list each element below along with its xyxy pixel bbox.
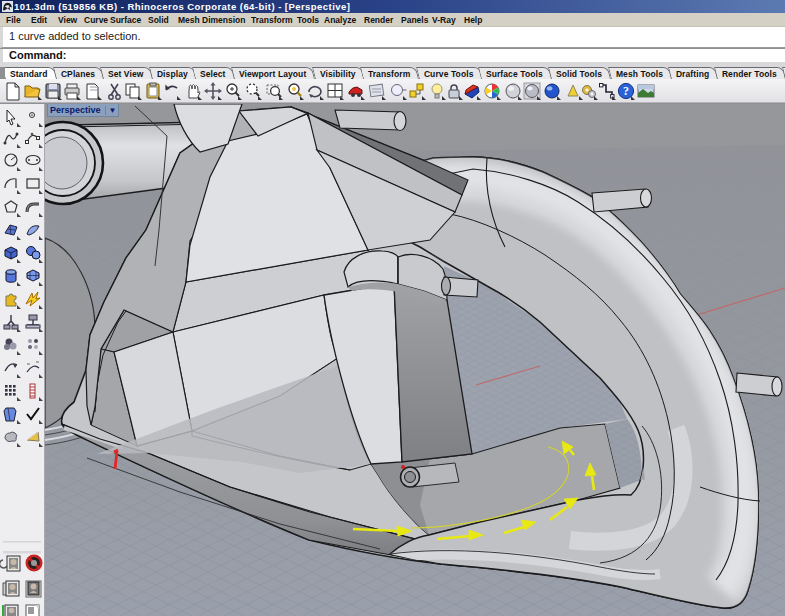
- svg-text:?: ?: [623, 84, 629, 98]
